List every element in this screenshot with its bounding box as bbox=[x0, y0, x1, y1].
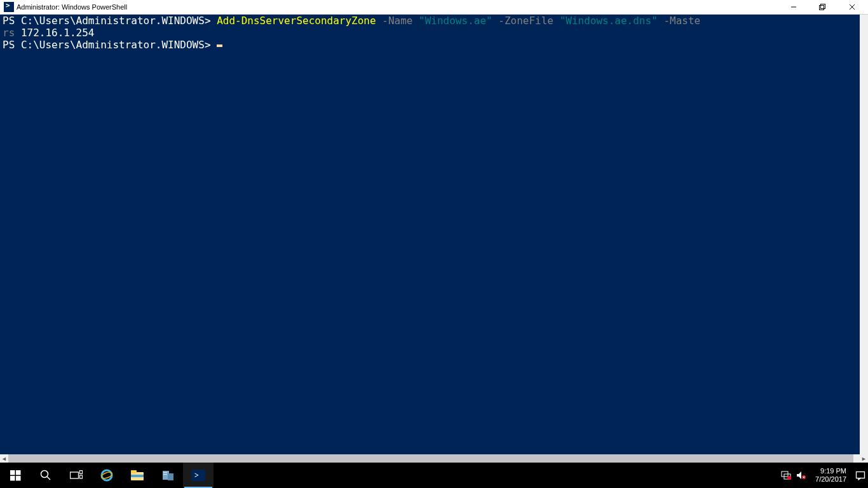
svg-rect-18 bbox=[131, 475, 144, 477]
vertical-scrollbar[interactable] bbox=[860, 15, 868, 455]
search-button[interactable] bbox=[31, 463, 61, 488]
powershell-icon bbox=[4, 2, 14, 12]
svg-point-9 bbox=[41, 471, 48, 478]
svg-rect-22 bbox=[163, 474, 167, 475]
svg-rect-5 bbox=[10, 470, 15, 475]
action-center-icon[interactable] bbox=[855, 470, 865, 480]
system-tray[interactable]: 9:19 PM 7/20/2017 bbox=[781, 467, 868, 484]
param-masters-value: 172.16.1.254 bbox=[21, 27, 95, 39]
svg-rect-11 bbox=[71, 472, 79, 478]
scroll-thumb[interactable] bbox=[8, 454, 853, 463]
powershell-window: Administrator: Windows PowerShell PS C:\… bbox=[0, 0, 868, 463]
scroll-left-icon[interactable]: ◄ bbox=[0, 454, 8, 463]
scroll-track[interactable] bbox=[8, 454, 860, 463]
param-masters-end: rs bbox=[3, 27, 15, 39]
param-zonefile: -ZoneFile bbox=[498, 15, 553, 27]
maximize-button[interactable] bbox=[808, 0, 836, 14]
svg-rect-6 bbox=[16, 470, 21, 475]
svg-rect-12 bbox=[80, 471, 83, 474]
prompt-text: PS C:\Users\Administrator.WINDOWS> bbox=[3, 15, 211, 27]
svg-point-14 bbox=[102, 470, 112, 480]
svg-rect-2 bbox=[820, 4, 825, 9]
svg-rect-32 bbox=[857, 472, 865, 478]
param-name-value: "Windows.ae" bbox=[419, 15, 492, 27]
param-zonefile-value: "Windows.ae.dns" bbox=[560, 15, 658, 27]
cmdlet-name: Add-DnsServerSecondaryZone bbox=[217, 15, 376, 27]
volume-icon[interactable] bbox=[796, 470, 806, 480]
taskbar-app-server-manager[interactable] bbox=[153, 463, 183, 488]
scroll-right-icon[interactable]: ► bbox=[860, 454, 868, 463]
clock-date: 7/20/2017 bbox=[815, 475, 846, 484]
client-area: PS C:\Users\Administrator.WINDOWS> Add-D… bbox=[0, 15, 868, 463]
param-masters-start: -Maste bbox=[663, 15, 700, 27]
titlebar[interactable]: Administrator: Windows PowerShell bbox=[0, 0, 868, 15]
close-button[interactable] bbox=[836, 0, 868, 14]
svg-rect-13 bbox=[80, 475, 83, 478]
svg-line-10 bbox=[47, 477, 50, 480]
taskbar-app-powershell[interactable]: > bbox=[183, 463, 214, 488]
cursor bbox=[217, 44, 222, 47]
network-icon[interactable] bbox=[781, 470, 791, 480]
svg-rect-8 bbox=[16, 476, 21, 481]
svg-rect-17 bbox=[131, 470, 137, 473]
clock[interactable]: 9:19 PM 7/20/2017 bbox=[811, 467, 850, 484]
task-view-button[interactable] bbox=[61, 463, 92, 488]
taskbar-app-ie[interactable] bbox=[92, 463, 122, 488]
prompt-text: PS C:\Users\Administrator.WINDOWS> bbox=[3, 39, 211, 51]
window-title: Administrator: Windows PowerShell bbox=[17, 3, 127, 11]
clock-time: 9:19 PM bbox=[815, 467, 846, 475]
minimize-button[interactable] bbox=[779, 0, 808, 14]
svg-marker-28 bbox=[797, 471, 801, 479]
param-name: -Name bbox=[382, 15, 412, 27]
taskbar[interactable]: > 9:19 PM 7/20/2017 bbox=[0, 463, 868, 488]
svg-text:>: > bbox=[194, 471, 199, 480]
svg-rect-20 bbox=[168, 473, 173, 480]
svg-rect-21 bbox=[163, 472, 167, 473]
svg-rect-1 bbox=[819, 6, 824, 10]
start-button[interactable] bbox=[0, 463, 31, 488]
terminal[interactable]: PS C:\Users\Administrator.WINDOWS> Add-D… bbox=[0, 15, 860, 455]
svg-rect-7 bbox=[10, 476, 15, 481]
svg-point-27 bbox=[787, 476, 791, 480]
taskbar-app-explorer[interactable] bbox=[122, 463, 153, 488]
horizontal-scrollbar[interactable]: ◄ ► bbox=[0, 454, 868, 463]
